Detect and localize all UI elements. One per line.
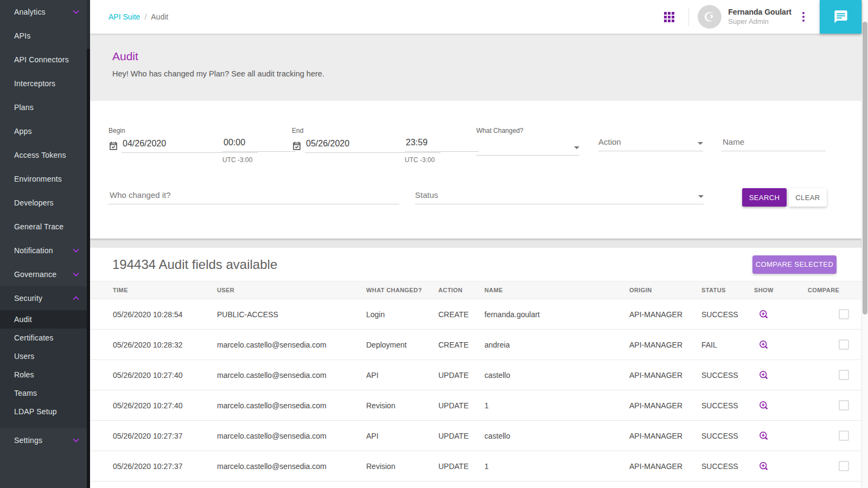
zoom-in-icon[interactable] [758,370,769,381]
cell-origin: API-MANAGER [629,310,701,319]
table-row: 05/26/2020 10:27:40 marcelo.castello@sen… [90,390,861,421]
sidebar-item-notification[interactable]: Notification [0,239,87,262]
compare-checkbox[interactable] [839,339,849,350]
sidebar-item-environments[interactable]: Environments [0,167,87,191]
compare-checkbox[interactable] [839,400,849,410]
what-changed-field: What Changed? [476,127,579,156]
dropdown-caret-icon [574,146,579,149]
user-role: Super Admin [728,17,792,26]
col-what-changed: WHAT CHANGED? [366,287,438,293]
cell-name: castello [484,432,629,440]
cell-time: 05/26/2020 10:28:32 [113,341,217,349]
sidebar-item-interceptors[interactable]: Interceptors [0,72,87,95]
main-scrollbar[interactable] [861,0,868,488]
sidebar-item-label: Apps [14,127,32,136]
col-show: SHOW [754,287,808,293]
zoom-in-icon[interactable] [758,339,769,350]
sidebar-item-analytics[interactable]: Analytics [0,0,87,24]
action-select[interactable]: Action [598,137,703,151]
top-header: API Suite / Audit Fernanda Goulart Super… [90,0,861,34]
compare-checkbox[interactable] [839,309,849,319]
sidebar-item-teams[interactable]: Teams [0,384,87,402]
begin-time-input[interactable] [222,138,296,152]
sidebar: Analytics APIs API Connectors Intercepto… [0,0,90,488]
search-button[interactable]: SEARCH [742,188,787,207]
sidebar-item-label: Analytics [14,8,46,16]
app-root: Analytics APIs API Connectors Intercepto… [0,0,868,488]
cell-origin: API-MANAGER [629,432,701,440]
sidebar-item-security[interactable]: Security [0,286,87,310]
kebab-menu-icon[interactable] [799,9,808,25]
sidebar-item-label: Settings [14,436,42,445]
col-time: TIME [113,287,217,293]
end-utc-label: UTC -3:00 [405,156,478,164]
what-changed-select[interactable] [476,139,579,156]
col-compare: COMPARE [808,287,857,293]
sidebar-security-submenu: Audit Certificates Users Roles Teams LDA… [0,310,87,421]
status-select[interactable]: Status [415,190,704,204]
sidebar-item-apps[interactable]: Apps [0,119,87,143]
cell-user: marcelo.castello@sensedia.com [217,341,366,349]
compare-checkbox[interactable] [839,461,849,471]
sidebar-item-audit[interactable]: Audit [0,310,87,329]
calendar-icon[interactable] [108,141,118,151]
sidebar-item-access-tokens[interactable]: Access Tokens [0,143,87,167]
who-changed-input[interactable] [108,190,399,204]
sidebar-item-roles[interactable]: Roles [0,365,87,384]
sidebar-item-settings[interactable]: Settings [0,428,87,452]
sidebar-item-label: Access Tokens [14,151,66,159]
action-field: Action [598,137,703,151]
main-scrollbar-thumb[interactable] [863,22,867,314]
sidebar-item-label: LDAP Setup [14,407,57,416]
sidebar-item-label: Notification [14,246,53,255]
breadcrumb-link-api-suite[interactable]: API Suite [108,12,140,21]
page-hero: Audit Hey! Who has changed my Plan? See … [90,34,861,101]
zoom-in-icon[interactable] [758,431,769,441]
compare-checkbox[interactable] [839,370,849,380]
sidebar-item-label: Users [14,352,35,361]
sidebar-item-general-trace[interactable]: General Trace [0,215,87,239]
clear-button[interactable]: CLEAR [789,188,827,207]
sidebar-item-label: Security [14,294,42,303]
end-time-field: UTC -3:00 [405,138,478,164]
sidebar-item-certificates[interactable]: Certificates [0,329,87,347]
status-field: Status [415,190,704,204]
sidebar-scrollbar-thumb[interactable] [87,49,90,488]
calendar-icon[interactable] [292,141,302,151]
sidebar-item-plans[interactable]: Plans [0,95,87,119]
cell-action: UPDATE [438,462,484,471]
compare-checkbox[interactable] [839,431,849,441]
zoom-in-icon[interactable] [758,461,769,472]
table-header-row: TIME USER WHAT CHANGED? ACTION NAME ORIG… [90,281,861,299]
sidebar-item-governance[interactable]: Governance [0,262,87,286]
end-time-input[interactable] [405,138,478,152]
sidebar-item-api-connectors[interactable]: API Connectors [0,48,87,72]
sidebar-item-developers[interactable]: Developers [0,191,87,215]
cell-what-changed: API [366,371,438,380]
cell-action: CREATE [438,310,484,319]
apps-grid-icon[interactable] [664,12,674,22]
compare-selected-button[interactable]: COMPARE SELECTED [752,255,837,274]
sidebar-item-label: General Trace [14,222,63,231]
status-placeholder: Status [415,190,438,200]
sidebar-item-users[interactable]: Users [0,347,87,365]
cell-action: UPDATE [438,401,484,410]
cell-origin: API-MANAGER [629,401,701,410]
name-input[interactable] [722,137,826,151]
breadcrumb: API Suite / Audit [108,12,168,21]
sidebar-item-apis[interactable]: APIs [0,24,87,48]
sidebar-scrollbar[interactable] [87,0,90,488]
avatar[interactable] [698,5,722,29]
cell-name: 1 [484,401,629,410]
cell-user: marcelo.castello@sensedia.com [217,462,366,471]
col-user: USER [217,287,366,293]
header-right-cluster: Fernanda Goulart Super Admin [664,0,861,34]
section-divider-band [90,239,861,248]
zoom-in-icon[interactable] [758,400,769,411]
chat-button[interactable] [820,0,861,34]
sidebar-item-ldap-setup[interactable]: LDAP Setup [0,402,87,421]
cell-status: SUCCESS [701,310,754,319]
zoom-in-icon[interactable] [758,309,769,320]
chevron-down-icon [73,248,79,253]
table-row: 05/26/2020 10:27:40 marcelo.castello@sen… [90,360,861,390]
